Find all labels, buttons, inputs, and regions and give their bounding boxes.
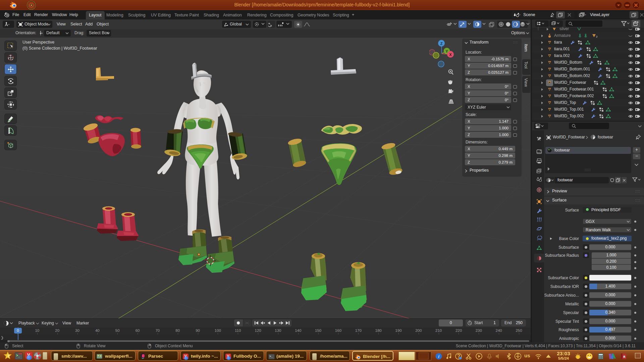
svg-text:a: a [623,354,626,358]
svg-text:2: 2 [596,35,598,38]
svg-text:i: i [438,354,439,359]
svg-text:Z: Z [440,42,443,46]
svg-text:X: X [449,53,452,57]
svg-text:Y: Y [445,49,448,53]
